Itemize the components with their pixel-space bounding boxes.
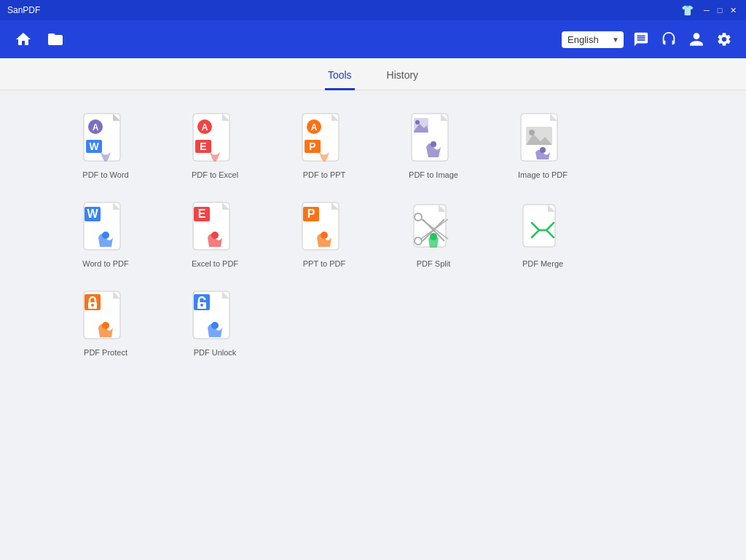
pdf-merge-label: PDF Merge xyxy=(522,259,563,268)
pdf-protect-label: PDF Protect xyxy=(84,348,127,357)
svg-point-68 xyxy=(200,304,203,307)
tab-tools[interactable]: Tools xyxy=(325,62,355,90)
minimize-button[interactable]: ─ xyxy=(701,4,712,16)
maximize-button[interactable]: □ xyxy=(714,4,726,16)
word-to-pdf-tool[interactable]: W Word to PDF xyxy=(73,201,138,268)
svg-text:A: A xyxy=(311,122,318,133)
tools-row-2: W Word to PDF E Excel to PDF xyxy=(73,201,673,268)
svg-point-40 xyxy=(211,232,219,239)
toolbar: English Chinese Japanese ▼ xyxy=(0,20,746,58)
svg-point-50 xyxy=(430,233,437,240)
shirt-icon: 👕 xyxy=(681,4,694,16)
tab-history[interactable]: History xyxy=(384,62,422,90)
language-dropdown[interactable]: English Chinese Japanese xyxy=(562,31,624,48)
image-to-pdf-tool[interactable]: Image to PDF xyxy=(510,112,576,179)
main-content: A W PDF to Word A E xyxy=(0,90,746,560)
pdf-split-label: PDF Split xyxy=(417,259,450,268)
pdf-to-word-tool[interactable]: A W PDF to Word xyxy=(73,112,138,179)
pdf-split-tool[interactable]: PDF Split xyxy=(401,201,466,268)
svg-text:E: E xyxy=(198,208,206,220)
app-title: SanPDF xyxy=(7,5,40,15)
pdf-to-excel-tool[interactable]: A E PDF to Excel xyxy=(182,112,248,179)
svg-point-63 xyxy=(102,322,109,329)
svg-text:E: E xyxy=(200,141,206,152)
image-to-pdf-label: Image to PDF xyxy=(518,170,568,179)
ppt-to-pdf-tool[interactable]: P PPT to PDF xyxy=(291,201,357,268)
comment-button[interactable] xyxy=(631,29,651,50)
pdf-unlock-tool[interactable]: PDF Unlock xyxy=(182,290,248,357)
tabs-bar: Tools History xyxy=(0,58,746,90)
settings-button[interactable] xyxy=(714,29,734,50)
pdf-to-word-label: PDF to Word xyxy=(82,170,128,179)
pdf-unlock-label: PDF Unlock xyxy=(194,348,237,357)
svg-text:P: P xyxy=(307,208,315,220)
pdf-to-image-tool[interactable]: PDF to Image xyxy=(401,112,466,179)
pdf-to-ppt-label: PDF to PPT xyxy=(303,170,346,179)
svg-text:A: A xyxy=(202,122,208,133)
svg-point-24 xyxy=(431,141,436,147)
headset-button[interactable] xyxy=(659,29,679,50)
folder-button[interactable] xyxy=(44,28,67,51)
tools-row-1: A W PDF to Word A E xyxy=(73,112,673,179)
pdf-to-excel-label: PDF to Excel xyxy=(192,170,238,179)
pdf-to-image-label: PDF to Image xyxy=(409,170,458,179)
user-button[interactable] xyxy=(686,29,707,50)
svg-point-45 xyxy=(321,232,328,239)
close-button[interactable]: ✕ xyxy=(727,4,739,16)
word-to-pdf-label: Word to PDF xyxy=(82,259,128,268)
svg-point-30 xyxy=(540,147,546,153)
svg-text:W: W xyxy=(89,141,99,152)
home-button[interactable] xyxy=(12,28,35,51)
svg-text:A: A xyxy=(93,122,99,133)
language-selector[interactable]: English Chinese Japanese ▼ xyxy=(562,31,624,48)
pdf-to-ppt-tool[interactable]: A P PDF to PPT xyxy=(291,112,357,179)
svg-point-62 xyxy=(91,304,94,307)
excel-to-pdf-label: Excel to PDF xyxy=(192,259,238,268)
svg-text:P: P xyxy=(309,141,315,152)
svg-text:W: W xyxy=(87,208,98,220)
ppt-to-pdf-label: PPT to PDF xyxy=(303,259,345,268)
titlebar: SanPDF 👕 ─ □ ✕ xyxy=(0,0,746,20)
pdf-protect-tool[interactable]: PDF Protect xyxy=(73,290,138,357)
tools-row-3: PDF Protect PDF Unlock xyxy=(73,290,673,357)
svg-point-35 xyxy=(102,232,109,239)
excel-to-pdf-tool[interactable]: E Excel to PDF xyxy=(182,201,248,268)
tools-grid: A W PDF to Word A E xyxy=(73,112,673,357)
svg-point-69 xyxy=(211,322,219,329)
svg-point-22 xyxy=(415,120,420,125)
pdf-merge-tool[interactable]: PDF Merge xyxy=(510,201,576,268)
